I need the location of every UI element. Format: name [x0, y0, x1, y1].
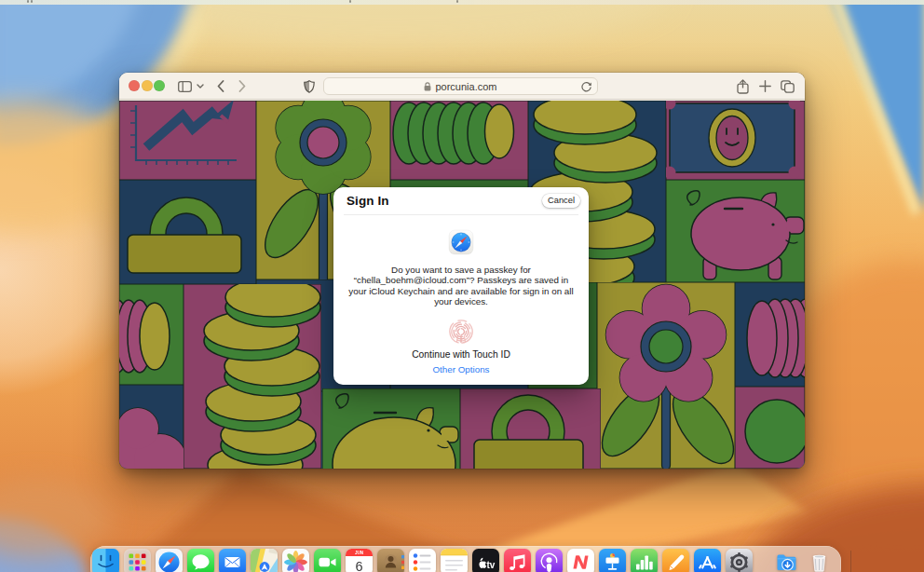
- tile-coin-spiral-magenta: [183, 278, 321, 469]
- dock-maps[interactable]: [251, 549, 278, 572]
- share-icon: [737, 79, 749, 94]
- tile-magenta-flower: [591, 282, 745, 469]
- menu-bar: [0, 0, 924, 5]
- sidebar-button[interactable]: [176, 73, 193, 100]
- dock-facetime[interactable]: [314, 549, 341, 572]
- zoom-button[interactable]: [154, 80, 165, 91]
- tile-coin-roll: [390, 101, 528, 180]
- dock-contacts[interactable]: [377, 549, 404, 572]
- tile-green-circle: [735, 387, 805, 469]
- dock: JUN 6 tv: [90, 546, 841, 572]
- lock-icon: [424, 82, 431, 91]
- address-bar[interactable]: porcunia.com: [323, 77, 598, 95]
- dialog-title: Sign In: [346, 194, 389, 208]
- dock-separator: [850, 551, 851, 572]
- dock-settings[interactable]: [726, 549, 753, 572]
- calendar-month: JUN: [354, 551, 363, 555]
- tv-label: tv: [486, 560, 495, 570]
- dock-keynote[interactable]: [599, 549, 626, 572]
- tile-piggy-bank-olive: [322, 388, 460, 469]
- dock-calendar[interactable]: JUN 6: [346, 549, 373, 572]
- share-button[interactable]: [736, 73, 750, 100]
- cancel-button[interactable]: Cancel: [542, 194, 580, 208]
- forward-button[interactable]: [237, 73, 248, 100]
- dock-mail[interactable]: [219, 549, 246, 572]
- menu-text-remnant: [27, 0, 29, 3]
- tile-coin-roll-navy: [735, 282, 805, 387]
- reload-button[interactable]: [580, 81, 592, 95]
- tab-overview-icon: [781, 80, 795, 93]
- sidebar-chevron-button[interactable]: [196, 73, 205, 100]
- dock-finder[interactable]: [92, 549, 119, 572]
- tile-piggy-bank-magenta: [666, 180, 805, 282]
- dock-appstore[interactable]: [694, 549, 721, 572]
- back-button[interactable]: [215, 73, 226, 100]
- dialog-divider: [344, 214, 578, 215]
- passkey-dialog: Sign In Cancel: [333, 187, 589, 385]
- menu-text-remnant: [349, 0, 351, 3]
- plus-icon: [759, 80, 771, 92]
- chevron-down-icon: [197, 84, 204, 89]
- tile-padlock-magenta: [460, 388, 601, 469]
- other-options-link[interactable]: Other Options: [333, 364, 589, 375]
- safari-window: porcunia.com: [119, 73, 805, 469]
- privacy-report-button[interactable]: [302, 73, 317, 100]
- sidebar-icon: [178, 81, 192, 92]
- tab-overview-button[interactable]: [780, 73, 795, 100]
- tile-coin-roll-small: [119, 284, 183, 385]
- menu-text-remnant: [31, 0, 33, 3]
- minimize-button[interactable]: [142, 80, 153, 91]
- dock-numbers[interactable]: [631, 549, 658, 572]
- url-text: porcunia.com: [435, 81, 496, 92]
- dock-news[interactable]: [567, 549, 594, 572]
- dock-appletv[interactable]: tv: [472, 549, 499, 572]
- reload-icon: [580, 81, 592, 93]
- tile-cloud: [119, 385, 186, 469]
- chevron-left-icon: [217, 80, 224, 92]
- dock-safari[interactable]: [156, 549, 183, 572]
- tile-banknote-smiley: [664, 101, 806, 180]
- dialog-body-text: Do you want to save a passkey for “chell…: [339, 265, 583, 306]
- webpage-content: Sign In Cancel: [119, 101, 805, 469]
- tile-padlock-navy: [119, 180, 256, 284]
- safari-app-icon: [448, 229, 474, 255]
- dock-downloads[interactable]: [774, 549, 801, 572]
- close-button[interactable]: [129, 80, 140, 91]
- dock-trash[interactable]: [806, 549, 833, 572]
- dock-music[interactable]: [504, 549, 531, 572]
- menu-text-remnant: [456, 0, 458, 3]
- chevron-right-icon: [238, 80, 246, 92]
- dock-messages[interactable]: [187, 549, 214, 572]
- dock-pages[interactable]: [662, 549, 689, 572]
- dock-launchpad[interactable]: [124, 549, 151, 572]
- dock-reminders[interactable]: [409, 549, 436, 572]
- touch-id-fingerprint-icon: [448, 319, 474, 345]
- calendar-day: 6: [355, 559, 362, 572]
- new-tab-button[interactable]: [758, 73, 772, 100]
- touch-id-label: Continue with Touch ID: [333, 349, 589, 360]
- dock-notes[interactable]: [441, 549, 468, 572]
- dock-podcasts[interactable]: [536, 549, 563, 572]
- safari-toolbar: porcunia.com: [119, 73, 805, 100]
- shield-icon: [304, 80, 315, 93]
- tile-growth-chart: [119, 101, 256, 180]
- dock-photos[interactable]: [282, 549, 309, 572]
